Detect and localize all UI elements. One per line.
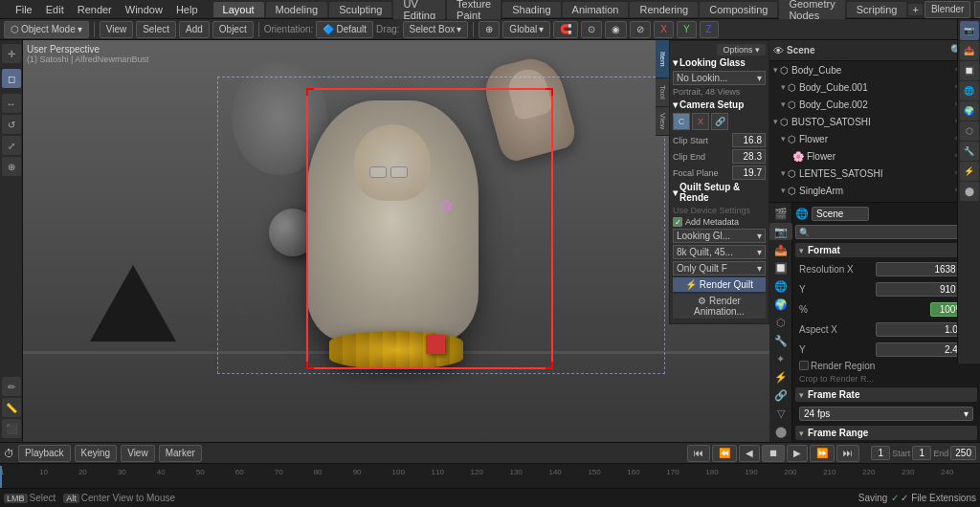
props-tab-constraints[interactable]: 🔗 — [769, 386, 792, 404]
frame-rate-dropdown[interactable]: 24 fps ▾ — [799, 407, 973, 421]
props-tab-object-data[interactable]: ▽ — [769, 405, 792, 422]
workspace-tab-shading[interactable]: Shading — [502, 2, 560, 17]
add-workspace-button[interactable]: + — [908, 4, 922, 15]
scale-tool[interactable]: ⤢ — [2, 136, 21, 155]
add-cube-tool[interactable]: ⬛ — [2, 419, 21, 438]
outliner-item-body-cube-002[interactable]: ▾ ⬡ Body_Cube.002 👁 📷 — [769, 96, 980, 113]
camera-toggle-btn[interactable]: C — [673, 113, 690, 130]
props-tab-scene2[interactable]: 🌐 — [769, 277, 792, 295]
modifier-props-icon[interactable]: 🔧 — [960, 142, 979, 161]
props-tab-object[interactable]: ⬡ — [769, 314, 792, 331]
material-props-icon[interactable]: ⬤ — [960, 182, 979, 201]
z-axis[interactable]: Z — [700, 21, 719, 38]
scene-name-input[interactable] — [812, 207, 869, 221]
frame-rate-section-header[interactable]: ▾ Frame Rate — [795, 387, 977, 402]
props-tab-scene[interactable]: 🎬 — [769, 205, 792, 222]
camera-link-btn[interactable]: 🔗 — [711, 113, 728, 130]
jump-end-btn[interactable]: ⏭ — [836, 445, 859, 462]
end-value[interactable]: 250 — [950, 446, 976, 460]
add-metadata-checkbox[interactable]: ✓ — [673, 217, 682, 227]
view-layer-props-icon[interactable]: 🔲 — [960, 61, 979, 80]
props-tab-output[interactable]: 📤 — [769, 241, 792, 258]
edit-menu[interactable]: Edit — [40, 0, 70, 18]
device-dropdown[interactable]: Looking Gl... ▾ — [673, 229, 766, 243]
view-menu[interactable]: View — [100, 21, 134, 38]
world-props-icon[interactable]: 🌍 — [960, 101, 979, 121]
workspace-tab-scripting[interactable]: Scripting — [847, 2, 907, 17]
play-btn[interactable]: ▶ — [787, 445, 808, 462]
clip-start-value[interactable]: 16.8 — [732, 133, 766, 147]
select-menu[interactable]: Select — [136, 21, 176, 38]
x-axis[interactable]: X — [654, 21, 674, 38]
viewport-3d[interactable]: ✿ — [23, 40, 769, 442]
transform-tool[interactable]: ⊕ — [2, 157, 21, 176]
annotate-tool[interactable]: ✏ — [2, 377, 21, 396]
no-looking-dropdown[interactable]: No Lookin... ▾ — [673, 71, 766, 85]
options-btn[interactable]: Options ▾ — [673, 44, 766, 55]
tool-tab[interactable]: Tool — [656, 78, 669, 107]
props-tab-material[interactable]: ⬤ — [769, 423, 792, 440]
render-quilt-btn[interactable]: ⚡ Render Quilt — [673, 277, 766, 292]
props-tab-world[interactable]: 🌍 — [769, 296, 792, 313]
drag-mode-dropdown[interactable]: Select Box ▾ — [403, 21, 469, 38]
camera-setup-title[interactable]: ▾ Camera Setup — [673, 99, 766, 110]
props-tab-render[interactable]: 📷 — [769, 223, 792, 240]
transform-global-btn[interactable]: ⊕ — [479, 21, 500, 38]
object-menu[interactable]: Object — [212, 21, 254, 38]
measure-tool[interactable]: 📏 — [2, 398, 21, 417]
workspace-tab-rendering[interactable]: Rendering — [630, 2, 698, 17]
jump-start-btn[interactable]: ⏮ — [687, 445, 710, 462]
select-tool[interactable]: ◻ — [2, 69, 21, 88]
quilt-dropdown[interactable]: 8k Quilt, 45... ▾ — [673, 245, 766, 259]
object-props-icon[interactable]: ⬡ — [960, 121, 979, 141]
outliner-item-single-arm[interactable]: ▾ ⬡ SingleArm 👁 📷 — [769, 182, 980, 199]
workspace-tab-compositing[interactable]: Compositing — [700, 2, 777, 17]
timeline-ruler[interactable]: 1 10 20 30 40 50 60 70 80 90 100 110 120… — [0, 464, 980, 488]
rotate-tool[interactable]: ↺ — [2, 115, 21, 134]
scene-props-icon[interactable]: 🌐 — [960, 81, 979, 100]
stop-btn[interactable]: ⏹ — [762, 445, 785, 462]
step-back-btn[interactable]: ⏪ — [712, 445, 737, 462]
item-tab[interactable]: Item — [656, 40, 669, 78]
playback-menu[interactable]: Playback — [18, 445, 71, 462]
view-tab[interactable]: View — [656, 107, 669, 136]
view-menu-timeline[interactable]: View — [121, 445, 155, 462]
view-layer-selector[interactable]: ViewLayer — [974, 1, 980, 18]
snapping-btn[interactable]: 🧲 — [553, 21, 578, 38]
outliner-item-body-cube[interactable]: ▾ ⬡ Body_Cube 👁 📷 — [769, 61, 980, 78]
looking-glass-title[interactable]: ▾ Looking Glass — [673, 57, 766, 68]
add-menu[interactable]: Add — [179, 21, 210, 38]
current-frame-input[interactable]: 1 — [871, 446, 890, 460]
workspace-tab-sculpting[interactable]: Sculpting — [329, 2, 391, 17]
format-section-header[interactable]: ▾ Format ☰ — [795, 243, 977, 257]
transform-pivot-btn[interactable]: ◉ — [605, 21, 627, 38]
quilt-setup-title[interactable]: ▾ Quilt Setup & Rende — [673, 182, 766, 203]
focal-plane-value[interactable]: 19.7 — [732, 165, 766, 180]
render-region-checkbox[interactable] — [799, 361, 809, 370]
y-axis[interactable]: Y — [677, 21, 697, 38]
props-tab-view-layer[interactable]: 🔲 — [769, 259, 792, 276]
frame-range-section-header[interactable]: ▾ Frame Range — [795, 426, 977, 440]
props-tab-modifier[interactable]: 🔧 — [769, 332, 792, 349]
cursor-tool[interactable]: ✛ — [2, 44, 21, 63]
outliner-item-body-cube-001[interactable]: ▾ ⬡ Body_Cube.001 👁 📷 — [769, 78, 980, 96]
workspace-tab-animation[interactable]: Animation — [563, 2, 629, 17]
props-tab-particles[interactable]: ✦ — [769, 350, 792, 367]
object-mode-dropdown[interactable]: ⬡ Object Mode ▾ — [4, 21, 89, 38]
physics-props-icon[interactable]: ⚡ — [960, 162, 979, 181]
orientation-dropdown[interactable]: 🔷 Default — [316, 21, 373, 38]
workspace-tab-modeling[interactable]: Modeling — [266, 2, 328, 17]
output-props-icon[interactable]: 📤 — [960, 41, 979, 60]
clip-end-value[interactable]: 28.3 — [732, 149, 766, 164]
file-menu[interactable]: File — [10, 0, 38, 18]
axis-constraint-btn[interactable]: ⊘ — [630, 21, 651, 38]
workspace-tab-layout[interactable]: Layout — [213, 2, 264, 17]
camera-x-btn[interactable]: X — [692, 113, 709, 130]
render-menu[interactable]: Render — [72, 0, 118, 18]
marker-menu[interactable]: Marker — [159, 445, 202, 462]
outliner-item-flower-child[interactable]: 🌸 Flower 👁 📷 — [769, 147, 980, 165]
keying-menu[interactable]: Keying — [75, 445, 118, 462]
props-tab-physics[interactable]: ⚡ — [769, 368, 792, 386]
render-animation-btn[interactable]: ⚙ Render Animation... — [673, 294, 766, 319]
start-value[interactable]: 1 — [912, 446, 931, 460]
